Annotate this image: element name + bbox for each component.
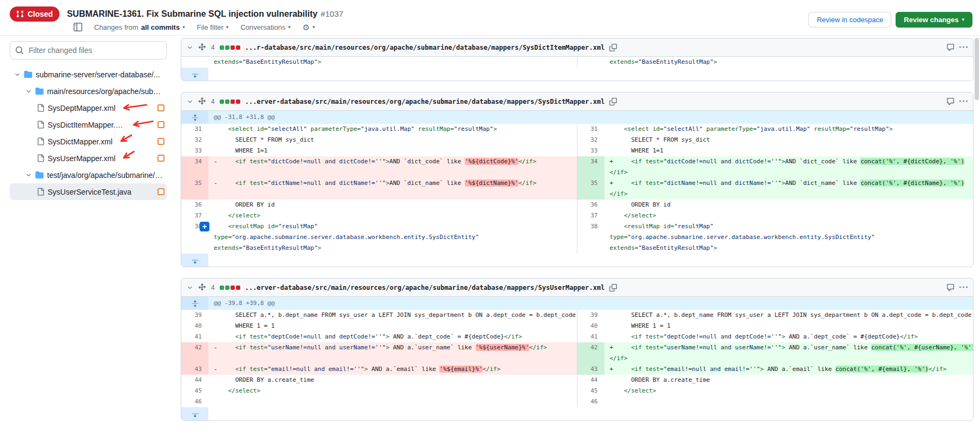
line-number[interactable]: 31 xyxy=(181,124,208,135)
diff-row: 42- <if test="userName!=null and userNam… xyxy=(181,342,973,364)
line-number[interactable]: 44 xyxy=(577,375,604,386)
filter-changed-files-input[interactable] xyxy=(10,41,167,59)
code-cell: </select> xyxy=(208,210,577,221)
line-number[interactable]: 40 xyxy=(577,321,604,331)
file-filter-dropdown[interactable]: File filter ▾ xyxy=(197,23,229,31)
tree-folder-test-java-org-apache-submarine-s[interactable]: test/java/org/apache/submarine/s... xyxy=(10,167,167,183)
line-number[interactable] xyxy=(577,232,604,243)
line-number[interactable]: 44 xyxy=(181,375,208,386)
changes-from-dropdown[interactable]: Changes from all commits ▾ xyxy=(94,23,185,31)
file-tree-toggle-button[interactable] xyxy=(74,23,82,31)
line-number[interactable]: 32 xyxy=(181,135,208,145)
line-number[interactable]: 40 xyxy=(181,321,208,331)
collapse-file-chevron-icon[interactable] xyxy=(187,284,193,291)
line-number[interactable]: 35 xyxy=(577,178,604,200)
collapse-file-chevron-icon[interactable] xyxy=(187,98,193,105)
chevron-down-icon: ▾ xyxy=(962,17,964,22)
drag-handle-icon[interactable] xyxy=(198,283,206,291)
code-line: <resultMap id="resultMap" xyxy=(214,221,577,232)
code-cell: ORDER BY id xyxy=(604,200,974,210)
line-number[interactable]: 41 xyxy=(577,331,604,342)
drag-handle-icon[interactable] xyxy=(198,43,206,51)
line-number[interactable]: 35 xyxy=(181,178,208,200)
line-number[interactable] xyxy=(181,232,208,243)
diffstat-square xyxy=(236,45,240,50)
line-number[interactable]: 34 xyxy=(181,156,208,178)
line-number[interactable]: 37 xyxy=(181,210,208,221)
tree-file-sysdictmapper-xml[interactable]: SysDictMapper.xml xyxy=(10,133,167,150)
line-number[interactable]: 32 xyxy=(577,135,604,145)
line-number[interactable]: 39 xyxy=(181,310,208,321)
diffstat-square xyxy=(236,286,240,290)
code-line: SELECT * FROM sys_dict xyxy=(214,135,577,145)
copy-file-path-button[interactable] xyxy=(609,44,617,51)
line-number[interactable] xyxy=(577,243,604,254)
line-number[interactable]: 36 xyxy=(577,200,604,210)
tree-file-sysdeptmapper-xml[interactable]: SysDeptMapper.xml xyxy=(10,100,167,116)
line-number[interactable]: 39 xyxy=(577,310,604,321)
line-number[interactable]: 34 xyxy=(577,156,604,178)
diff-side-new: 35+ <if test="dictName!=null and dictNam… xyxy=(577,178,974,200)
file-options-kebab[interactable] xyxy=(959,97,968,105)
file-path-link[interactable]: ...erver-database/src/main/resources/org… xyxy=(245,98,605,105)
review-changes-button[interactable]: Review changes ▾ xyxy=(896,12,972,28)
conversations-dropdown[interactable]: Conversations ▾ xyxy=(240,23,291,31)
drag-handle-icon[interactable] xyxy=(198,97,206,105)
copy-file-path-button[interactable] xyxy=(609,284,617,291)
line-number[interactable]: 36 xyxy=(181,200,208,210)
line-number[interactable]: 45 xyxy=(577,386,604,396)
line-number[interactable]: 33 xyxy=(577,145,604,156)
expand-down-button[interactable] xyxy=(181,407,208,420)
line-number[interactable]: 33 xyxy=(181,145,208,156)
line-number[interactable] xyxy=(181,57,208,68)
line-number[interactable]: 43 xyxy=(577,364,604,375)
file-comment-button[interactable] xyxy=(946,283,955,291)
file-path-link[interactable]: ...r-database/src/main/resources/org/apa… xyxy=(245,44,605,51)
annotation-arrow-icon xyxy=(121,147,137,162)
expand-hunk-button[interactable] xyxy=(181,111,208,124)
line-number[interactable]: 38 xyxy=(577,221,604,232)
diff-settings-dropdown[interactable]: ⚙ ▾ xyxy=(302,23,315,31)
expand-down-button[interactable] xyxy=(181,68,208,81)
tree-folder-submarine-server-server-database[interactable]: submarine-server/server-database/... xyxy=(10,66,167,83)
line-number[interactable]: 37 xyxy=(577,210,604,221)
line-number[interactable]: 41 xyxy=(181,331,208,342)
diff-side-old: 33 WHERE 1=1 xyxy=(181,145,577,156)
file-comment-button[interactable] xyxy=(946,97,955,105)
line-number[interactable]: 42 xyxy=(181,342,208,364)
line-number[interactable] xyxy=(577,57,604,68)
line-number[interactable]: 46 xyxy=(577,396,604,407)
line-number[interactable]: 43 xyxy=(181,364,208,375)
page-scrollbar-thumb[interactable] xyxy=(975,38,979,100)
line-number[interactable]: 46 xyxy=(181,396,208,407)
diff-row: 44 ORDER BY a.create_time44 ORDER BY a.c… xyxy=(181,375,973,386)
line-number[interactable]: 31 xyxy=(577,124,604,135)
annotation-arrow-icon xyxy=(118,131,135,145)
line-number[interactable] xyxy=(181,243,208,254)
file-options-kebab[interactable] xyxy=(959,43,968,51)
modified-file-marker-icon xyxy=(157,138,165,145)
tree-file-sysusermapper-xml[interactable]: SysUserMapper.xml xyxy=(10,150,167,167)
file-path-link[interactable]: ...erver-database/src/main/resources/org… xyxy=(245,284,605,291)
diff-side-new: 41 <if test="deptCode!=null and deptCode… xyxy=(577,331,974,342)
line-number[interactable]: 45 xyxy=(181,386,208,396)
tree-file-sysdictitemmapper-xml[interactable]: SysDictItemMapper.xml xyxy=(10,116,167,133)
file-options-kebab[interactable] xyxy=(959,283,968,291)
diffstat-squares xyxy=(220,286,240,290)
tree-folder-main-resources-org-apache-subm[interactable]: main/resources/org/apache/subm... xyxy=(10,83,167,100)
code-cell: extends="BaseEntityResultMap"> xyxy=(208,243,577,254)
copy-file-path-button[interactable] xyxy=(609,98,617,105)
expand-hunk-button[interactable] xyxy=(181,297,208,310)
folder-icon xyxy=(35,171,44,179)
file-comment-button[interactable] xyxy=(946,43,955,51)
code-cell: </select> xyxy=(604,210,974,221)
review-in-codespace-button[interactable]: Review in codespace xyxy=(808,12,891,28)
line-number[interactable]: 42 xyxy=(577,342,604,364)
expand-down-button[interactable] xyxy=(181,254,208,267)
collapse-file-chevron-icon[interactable] xyxy=(187,44,193,51)
changed-lines-count: 4 xyxy=(211,98,215,105)
file-filter-box xyxy=(10,41,167,59)
tree-file-sysuserservicetest-java[interactable]: SysUserServiceTest.java xyxy=(10,183,167,200)
code-line: extends="BaseEntityResultMap"> xyxy=(214,243,577,254)
add-line-comment-button[interactable]: + xyxy=(200,222,209,231)
